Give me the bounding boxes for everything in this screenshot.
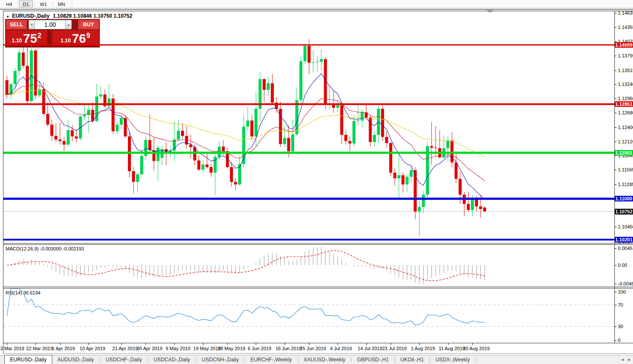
price-tick-label: 1.12120 [618,139,633,144]
candle-body [42,89,45,114]
date-tick [448,343,449,345]
price-tick [614,127,617,128]
date-label: 14 Jul 2019 [358,346,382,351]
candle-body [210,167,213,173]
candle-body [410,170,413,177]
date-label: 20 Aug 2019 [463,346,490,351]
rsi-tick [614,292,617,292]
date-tick [60,343,60,345]
candle-body [108,98,111,106]
tab-separator [147,357,148,363]
candle-body [348,141,351,144]
chart-tab-bar: EURUSD-,DailyAUDUSD-,DailyUSDCHF-,DailyU… [0,355,633,364]
tab-separator [394,357,395,363]
level-price-label: 1.11000 [615,196,633,202]
candle-body [136,174,139,182]
date-tick [89,343,89,345]
candle-body [18,53,21,71]
rsi-tick [614,340,617,341]
price-tick-label: 1.14635 [618,10,633,16]
date-label: 1 Aug 2019 [411,346,435,351]
rsi-tick-label: 30 [618,324,623,329]
candle-body [353,121,356,143]
tab-separator [196,357,196,363]
tab-scroll-right-icon[interactable]: ▸ [628,357,630,362]
candle-body [455,162,458,179]
chart-tab-audusd-daily[interactable]: AUDUSD-,Daily [52,356,99,364]
candle-body [467,204,470,210]
price-tick [614,142,617,142]
candle-body [234,182,237,184]
date-tick [227,343,228,345]
date-tick [366,343,367,345]
rsi-line [7,288,485,325]
chart-tab-xauusd-weekly[interactable]: XAUUSD-,Weekly [299,356,350,364]
chart-tab-usdx-weekly[interactable]: USDX-,Weekly [430,356,475,364]
chart-tab-usdcad-daily[interactable]: USDCAD-,Daily [148,356,195,364]
toolbar-separator [34,1,35,6]
price-tick [614,155,617,156]
candle-body [373,135,376,142]
candle-body [458,179,461,195]
slow-ma-line [7,90,485,157]
macd-tick-label: 0.004517 [618,246,633,251]
date-label: 22 Mar 2019 [26,346,53,351]
candle-body [430,146,433,148]
price-tick-label: 1.14355 [618,25,633,30]
date-tick [35,343,36,345]
macd-indicator-panel [3,245,614,287]
macd-tick [614,284,617,284]
macd-label: MACD(12,26,9) -0.003000 -0.002193 [6,246,84,251]
date-label: 10 Apr 2019 [80,346,105,351]
rsi-tick-label: 100 [618,289,626,294]
timeframe-button-d1[interactable]: D1 [19,0,33,7]
candle-body [46,114,49,125]
toolbar-separator [52,1,53,6]
date-tick [309,343,309,345]
chart-tab-eurchf-weekly[interactable]: EURCHF-,Weekly [245,356,297,364]
timeframe-button-mn[interactable]: MN [54,0,69,7]
splitter-main-macd[interactable] [3,243,633,244]
chart-tab-usdchf-daily[interactable]: USDCHF-,Daily [100,356,147,364]
candle-body [206,165,209,167]
date-label: 9 May 2019 [165,346,190,351]
candle-body [58,139,61,141]
candle-body [13,71,16,84]
tab-separator [351,357,351,363]
price-tick [614,56,617,56]
level-price-label: 1.10201 [615,237,633,242]
candle-body [120,118,123,124]
price-tick [614,70,617,71]
date-tick [337,343,338,345]
date-tick [146,343,146,345]
candle-body [201,165,204,170]
timeframe-button-w1[interactable]: W1 [36,0,51,7]
tab-scroll-left-icon[interactable]: ◂ [621,357,624,362]
tab-scroll-buttons: ◂ ▸ [621,357,630,362]
candle-body [26,66,29,101]
candle-body [418,207,421,212]
macd-tick [614,248,617,249]
candle-body [414,170,417,212]
macd-tick-label: 0.00 [618,263,627,268]
chart-tab-ukoil-h1[interactable]: UKOil-,H1 [395,356,429,364]
splitter-macd-rsi[interactable] [3,287,633,287]
candle-body [91,110,94,121]
chart-tab-gbpusd-h1[interactable]: GBPUSD-,H1 [352,356,394,364]
window-border-bottom [3,353,633,354]
date-label: 28 May 2019 [218,346,245,351]
candle-body [295,100,298,134]
timeframe-button-h4[interactable]: H4 [2,0,16,7]
candle-body [340,105,343,135]
chart-tab-eurusd-daily[interactable]: EURUSD-,Daily [4,355,52,364]
chart-tab-usdcnh-daily[interactable]: USDCNH-,Daily [197,356,244,364]
candle-body [393,173,396,178]
candle-body [312,62,315,63]
candle-body [479,206,482,209]
price-tick [614,227,617,227]
tab-separator [429,357,430,363]
level-price-label: 1.11901 [615,150,633,155]
candle-body [291,134,294,151]
candle-body [369,117,372,142]
tab-separator [99,357,100,363]
